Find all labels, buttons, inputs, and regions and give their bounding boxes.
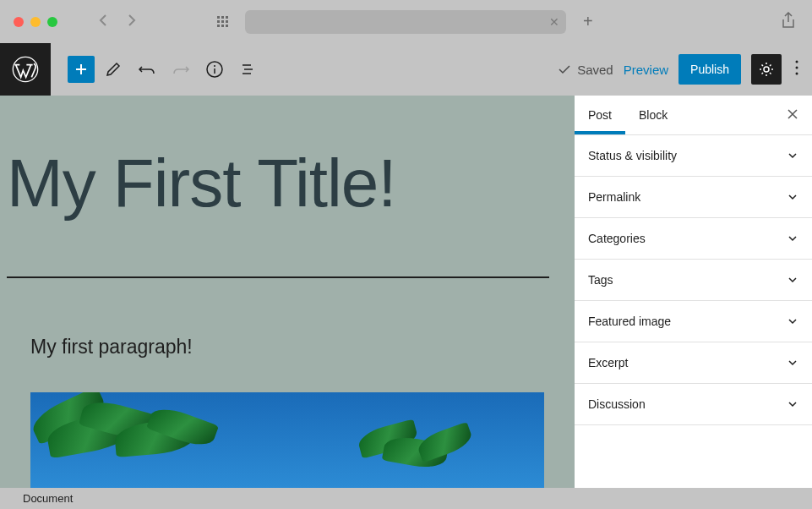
chevron-down-icon xyxy=(787,357,798,369)
browser-chrome: ✕ + xyxy=(0,0,812,43)
panel-status-visibility[interactable]: Status & visibility xyxy=(575,135,812,177)
preview-link[interactable]: Preview xyxy=(624,63,668,77)
more-options-button[interactable] xyxy=(792,60,802,79)
add-block-button[interactable] xyxy=(68,56,95,83)
breadcrumb-document[interactable]: Document xyxy=(23,492,73,505)
info-button[interactable] xyxy=(199,54,230,85)
back-button[interactable] xyxy=(98,13,109,31)
panel-tags[interactable]: Tags xyxy=(575,260,812,301)
chevron-down-icon xyxy=(787,191,798,203)
panel-featured-image[interactable]: Featured image xyxy=(575,301,812,342)
svg-point-2 xyxy=(214,65,215,67)
maximize-window-button[interactable] xyxy=(47,17,57,27)
chevron-down-icon xyxy=(787,315,798,327)
undo-button[interactable] xyxy=(132,54,162,85)
svg-point-0 xyxy=(13,57,37,81)
apps-grid-icon[interactable] xyxy=(217,16,228,27)
editor-canvas[interactable]: My First Title! My first paragraph! xyxy=(0,96,575,488)
bottom-breadcrumb-bar: Document xyxy=(0,488,812,509)
panel-categories[interactable]: Categories xyxy=(575,218,812,260)
clear-url-icon[interactable]: ✕ xyxy=(549,15,559,29)
url-bar[interactable]: ✕ xyxy=(245,10,566,34)
redo-button[interactable] xyxy=(166,54,196,85)
wp-logo[interactable] xyxy=(0,43,51,96)
browser-navigation xyxy=(98,13,137,31)
main-area: My First Title! My first paragraph! Post… xyxy=(0,96,812,488)
panel-title: Tags xyxy=(588,273,613,287)
post-paragraph[interactable]: My first paragraph! xyxy=(30,336,568,358)
forward-button[interactable] xyxy=(126,13,137,31)
edit-mode-button[interactable] xyxy=(98,54,128,85)
close-icon xyxy=(787,108,798,120)
minimize-window-button[interactable] xyxy=(30,17,41,27)
publish-button[interactable]: Publish xyxy=(678,54,741,85)
share-icon[interactable] xyxy=(782,12,795,32)
post-featured-image[interactable] xyxy=(30,392,544,488)
saved-label: Saved xyxy=(577,63,613,77)
toolbar-right-group: Saved Preview Publish xyxy=(557,54,802,85)
sidebar-tabs: Post Block xyxy=(575,96,812,135)
svg-point-3 xyxy=(764,67,769,72)
kebab-icon xyxy=(795,60,798,75)
toolbar-left-group xyxy=(68,54,264,85)
tab-block[interactable]: Block xyxy=(625,96,681,134)
chevron-down-icon xyxy=(787,233,798,244)
window-controls xyxy=(14,17,57,27)
title-divider xyxy=(7,276,549,278)
panel-title: Discussion xyxy=(588,397,646,411)
gear-icon xyxy=(758,61,775,78)
chevron-down-icon xyxy=(787,274,798,286)
panel-permalink[interactable]: Permalink xyxy=(575,177,812,218)
panel-title: Excerpt xyxy=(588,356,628,369)
svg-point-6 xyxy=(796,73,798,75)
panel-title: Permalink xyxy=(588,190,640,204)
close-window-button[interactable] xyxy=(14,17,24,27)
panel-discussion[interactable]: Discussion xyxy=(575,384,812,425)
svg-point-5 xyxy=(796,67,798,69)
panel-excerpt[interactable]: Excerpt xyxy=(575,342,812,384)
saved-indicator: Saved xyxy=(557,62,613,77)
post-title[interactable]: My First Title! xyxy=(7,150,568,217)
svg-point-4 xyxy=(796,61,798,63)
wp-editor-toolbar: Saved Preview Publish xyxy=(0,43,812,96)
panel-title: Categories xyxy=(588,232,646,245)
settings-button[interactable] xyxy=(751,54,782,85)
chevron-down-icon xyxy=(787,150,798,161)
new-tab-button[interactable]: + xyxy=(583,12,593,31)
panel-title: Status & visibility xyxy=(588,149,677,162)
chevron-down-icon xyxy=(787,398,798,410)
outline-button[interactable] xyxy=(233,54,264,85)
checkmark-icon xyxy=(557,62,572,77)
tab-post[interactable]: Post xyxy=(575,96,625,134)
settings-sidebar: Post Block Status & visibility Permalink… xyxy=(575,96,812,488)
close-sidebar-button[interactable] xyxy=(773,107,812,124)
panel-title: Featured image xyxy=(588,315,671,328)
